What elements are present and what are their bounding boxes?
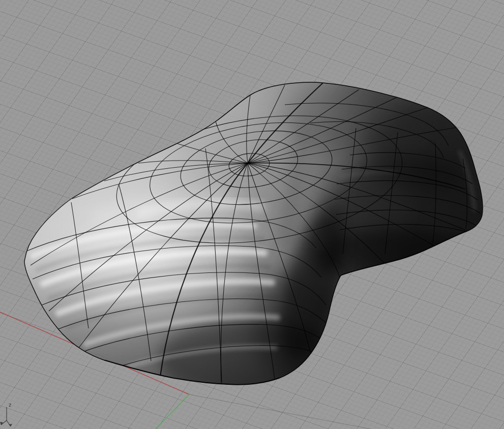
grid-major-axis-continuation xyxy=(189,394,504,429)
surface-shading xyxy=(0,0,504,429)
world-y-axis-line xyxy=(156,394,189,429)
world-axes-gizmo: z y xyxy=(0,402,12,429)
perspective-viewport[interactable]: z y xyxy=(0,0,504,429)
gizmo-z-label: z xyxy=(9,402,12,408)
nurbs-surface[interactable] xyxy=(0,0,504,429)
scene-overlay: z y xyxy=(0,0,504,429)
